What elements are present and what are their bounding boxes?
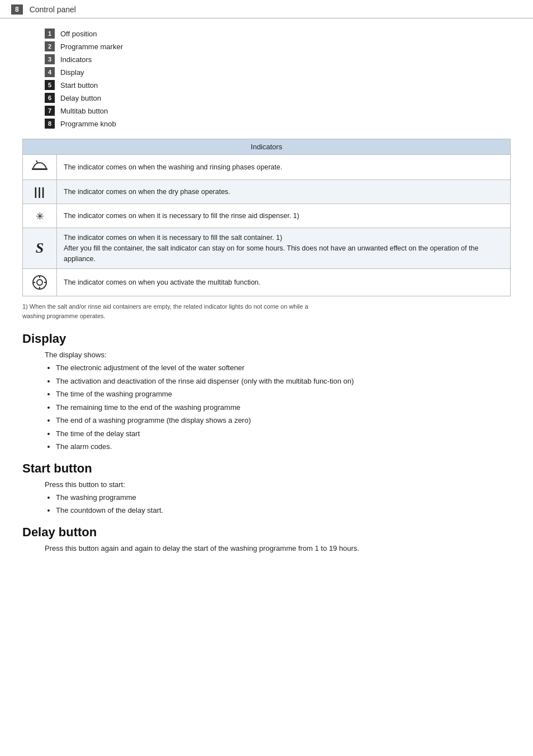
legend-label: Delay button — [60, 94, 101, 102]
indicator-icon-cell — [23, 155, 57, 180]
footnote-text: 1) When the salt and/or rinse aid contai… — [22, 303, 308, 319]
legend-item: 5 Start button — [45, 80, 499, 90]
indicator-row: |||The indicator comes on when the dry p… — [23, 180, 511, 204]
section-title-delay_button: Delay button — [22, 525, 511, 540]
svg-rect-0 — [32, 168, 47, 170]
legend-item: 2 Programme marker — [45, 41, 499, 51]
section-start_button: Start buttonPress this button to start:T… — [0, 461, 533, 516]
page: 8 Control panel 1 Off position 2 Program… — [0, 0, 533, 552]
list-item: The countdown of the delay start. — [56, 505, 511, 516]
legend-badge: 8 — [45, 119, 55, 129]
list-item: The alarm codes. — [56, 441, 511, 452]
legend: 1 Off position 2 Programme marker 3 Indi… — [0, 29, 533, 129]
legend-label: Off position — [60, 30, 97, 38]
indicators-table: Indicators The indicator comes on when t… — [22, 139, 511, 296]
svg-line-1 — [36, 160, 37, 163]
indicator-row: SThe indicator comes on when it is neces… — [23, 228, 511, 269]
section-title-display: Display — [22, 332, 511, 346]
legend-label: Multitab button — [60, 107, 108, 115]
section-list-start_button: The washing programmeThe countdown of th… — [56, 492, 511, 516]
list-item: The remaining time to the end of the was… — [56, 402, 511, 413]
page-header: 8 Control panel — [0, 0, 533, 18]
section-title-start_button: Start button — [22, 461, 511, 476]
legend-badge: 6 — [45, 93, 55, 103]
legend-label: Programme marker — [60, 42, 123, 51]
section-intro-display: The display shows: — [45, 351, 511, 359]
sections-container: DisplayThe display shows:The electronic … — [0, 332, 533, 552]
legend-item: 6 Delay button — [45, 93, 499, 103]
legend-label: Start button — [60, 81, 98, 89]
list-item: The washing programme — [56, 492, 511, 503]
legend-item: 7 Multitab button — [45, 106, 499, 116]
indicator-icon-cell — [23, 269, 57, 296]
legend-badge: 3 — [45, 54, 55, 64]
legend-badge: 5 — [45, 80, 55, 90]
legend-badge: 4 — [45, 67, 55, 77]
list-item: The electronic adjustment of the level o… — [56, 362, 511, 374]
legend-label: Display — [60, 68, 84, 77]
list-item: The time of the delay start — [56, 428, 511, 440]
legend-item: 3 Indicators — [45, 54, 499, 64]
indicator-desc-cell: The indicator comes on when it is necess… — [57, 204, 511, 228]
section-intro-start_button: Press this button to start: — [45, 480, 511, 489]
page-number: 8 — [11, 4, 23, 15]
svg-point-3 — [37, 280, 42, 285]
indicator-row: ✳The indicator comes on when it is neces… — [23, 204, 511, 228]
section-intro-delay_button: Press this button again and again to del… — [45, 544, 511, 552]
indicator-desc-cell: The indicator comes on when the washing … — [57, 155, 511, 180]
legend-item: 8 Programme knob — [45, 119, 499, 129]
legend-badge: 7 — [45, 106, 55, 116]
indicator-row: The indicator comes on when the washing … — [23, 155, 511, 180]
section-list-display: The electronic adjustment of the level o… — [56, 362, 511, 452]
list-item: The end of a washing programme (the disp… — [56, 415, 511, 426]
legend-item: 1 Off position — [45, 29, 499, 39]
indicator-icon-cell: ||| — [23, 180, 57, 204]
footnote: 1) When the salt and/or rinse aid contai… — [22, 302, 511, 320]
indicator-desc-cell: The indicator comes on when the dry phas… — [57, 180, 511, 204]
indicators-table-heading: Indicators — [23, 139, 511, 155]
page-header-title: Control panel — [30, 5, 76, 14]
indicator-icon-cell: ✳ — [23, 204, 57, 228]
list-item: The time of the washing programme — [56, 389, 511, 400]
indicator-desc-cell: The indicator comes on when you activate… — [57, 269, 511, 296]
legend-label: Programme knob — [60, 120, 116, 128]
legend-badge: 1 — [45, 29, 55, 39]
legend-label: Indicators — [60, 55, 92, 64]
indicator-desc-cell: The indicator comes on when it is necess… — [57, 228, 511, 269]
indicator-row: The indicator comes on when you activate… — [23, 269, 511, 296]
section-delay_button: Delay buttonPress this button again and … — [0, 525, 533, 552]
legend-item: 4 Display — [45, 67, 499, 77]
list-item: The activation and deactivation of the r… — [56, 376, 511, 387]
legend-badge: 2 — [45, 41, 55, 51]
indicator-icon-cell: S — [23, 228, 57, 269]
section-display: DisplayThe display shows:The electronic … — [0, 332, 533, 452]
